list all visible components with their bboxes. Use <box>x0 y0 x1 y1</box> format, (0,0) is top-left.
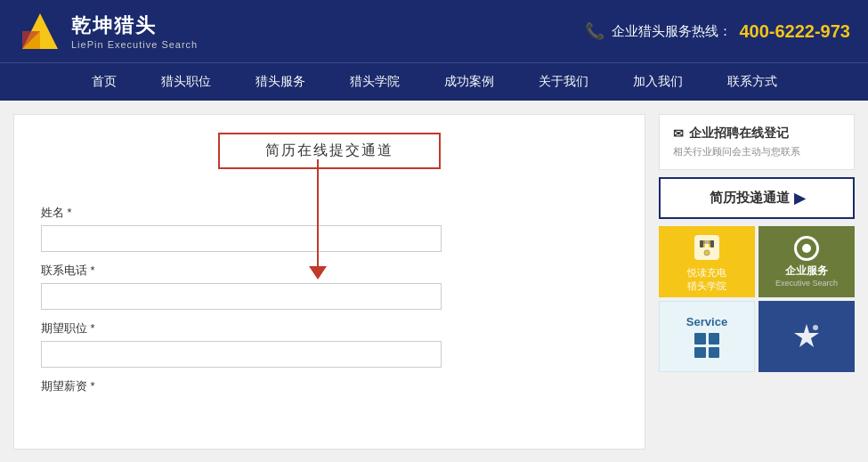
outlet-icon <box>691 231 723 263</box>
mail-icon: ✉ <box>673 126 684 141</box>
logo-icon <box>18 9 62 53</box>
hotline-label: 企业猎头服务热线： <box>612 23 732 40</box>
arrow-indicator <box>317 159 319 266</box>
main-content: 简历在线提交通道 姓名 * 联系电话 * 期望职位 * 期望薪资 * <box>0 101 868 462</box>
resume-btn-arrow: ▶ <box>794 190 805 207</box>
position-label: 期望职位 * <box>41 320 618 336</box>
header: 乾坤猎头 LiePin Executive Search 📞 企业猎头服务热线：… <box>0 0 868 62</box>
circle-icon <box>794 236 819 261</box>
phone-group: 联系电话 * <box>41 263 618 310</box>
salary-group: 期望薪资 * <box>41 378 618 394</box>
nav-item-join[interactable]: 加入我们 <box>629 72 687 92</box>
svg-rect-3 <box>694 235 719 260</box>
main-nav: 首页 猎头职位 猎头服务 猎头学院 成功案例 关于我们 加入我们 联系方式 <box>0 62 868 101</box>
nav-item-cases[interactable]: 成功案例 <box>440 72 499 92</box>
tile-service[interactable]: Service <box>659 301 755 372</box>
svg-point-11 <box>813 325 818 330</box>
name-input[interactable] <box>41 225 442 252</box>
nav-item-home[interactable]: 首页 <box>87 72 121 92</box>
name-group: 姓名 * <box>41 205 618 252</box>
logo-text: 乾坤猎头 LiePin Executive Search <box>71 12 198 50</box>
sidebar: ✉ 企业招聘在线登记 相关行业顾问会主动与您联系 简历投递通道 ▶ <box>659 114 855 450</box>
svg-point-6 <box>704 250 710 255</box>
salary-label: 期望薪资 * <box>41 378 618 394</box>
position-input[interactable] <box>41 341 442 368</box>
resume-btn[interactable]: 简历投递通道 ▶ <box>659 177 855 219</box>
position-group: 期望职位 * <box>41 320 618 368</box>
star-icon <box>792 322 821 351</box>
service-grid-icon <box>694 333 719 358</box>
phone-label: 联系电话 * <box>41 263 618 279</box>
phone-input[interactable] <box>41 283 442 310</box>
nav-item-about[interactable]: 关于我们 <box>534 72 593 92</box>
register-box: ✉ 企业招聘在线登记 相关行业顾问会主动与您联系 <box>659 114 855 170</box>
tile-enterprise-label: 企业服务 Executive Search <box>775 263 838 288</box>
tile-enterprise[interactable]: 企业服务 Executive Search <box>758 226 855 297</box>
phone-icon: 📞 <box>585 21 604 41</box>
logo-chinese: 乾坤猎头 <box>71 12 198 39</box>
register-subtitle: 相关行业顾问会主动与您联系 <box>673 145 840 158</box>
logo-area: 乾坤猎头 LiePin Executive Search <box>18 9 198 53</box>
nav-item-jobs[interactable]: 猎头职位 <box>157 72 215 92</box>
nav-item-academy[interactable]: 猎头学院 <box>345 72 404 92</box>
tile-star[interactable] <box>758 301 855 372</box>
svg-rect-8 <box>700 240 703 247</box>
tile-academy-label: 悦读充电 猎头学院 <box>687 266 726 292</box>
tile-academy[interactable]: 悦读充电 猎头学院 <box>659 226 755 297</box>
tiles-grid: 悦读充电 猎头学院 企业服务 Executive Search Service <box>659 226 855 372</box>
hotline-number: 400-6222-973 <box>739 21 850 42</box>
nav-item-contact[interactable]: 联系方式 <box>723 72 782 92</box>
resume-btn-text: 简历投递通道 <box>710 190 790 207</box>
hotline-area: 📞 企业猎头服务热线： 400-6222-973 <box>585 21 850 42</box>
form-title: 简历在线提交通道 <box>265 142 393 160</box>
form-area: 简历在线提交通道 姓名 * 联系电话 * 期望职位 * 期望薪资 * <box>13 114 645 450</box>
svg-rect-7 <box>703 240 710 244</box>
form-title-box: 简历在线提交通道 <box>218 133 441 169</box>
register-title: ✉ 企业招聘在线登记 <box>673 126 840 142</box>
tile-service-label: Service <box>686 315 727 328</box>
name-label: 姓名 * <box>41 205 618 221</box>
nav-item-service[interactable]: 猎头服务 <box>251 72 310 92</box>
svg-rect-9 <box>710 240 714 247</box>
logo-english: LiePin Executive Search <box>71 39 198 50</box>
